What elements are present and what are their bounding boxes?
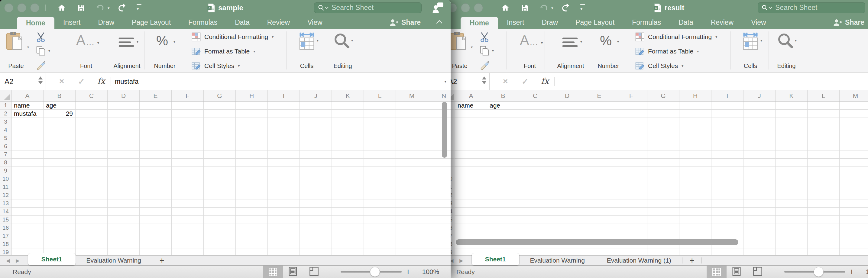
previous-sheet-icon[interactable]: ◀ <box>6 258 10 264</box>
editing-dropdown-icon[interactable]: ▾ <box>351 39 353 42</box>
cell-k8[interactable] <box>332 159 364 167</box>
cell-h6[interactable] <box>236 142 268 151</box>
cell-i10[interactable] <box>711 175 743 183</box>
cell-a6[interactable] <box>455 142 487 151</box>
cell-m1[interactable] <box>396 101 428 110</box>
cell-c6[interactable] <box>75 142 107 151</box>
add-sheet-button[interactable]: + <box>152 256 172 265</box>
cell-n17[interactable] <box>428 232 451 240</box>
cell-c7[interactable] <box>75 151 107 159</box>
ribbon-tab-draw[interactable]: Draw <box>533 16 567 29</box>
cell-m13[interactable] <box>396 199 428 208</box>
cell-h7[interactable] <box>679 151 711 159</box>
cell-i10[interactable] <box>268 175 300 183</box>
column-header-f[interactable]: F <box>615 90 647 101</box>
cell-i9[interactable] <box>711 167 743 175</box>
cell-j7[interactable] <box>300 151 332 159</box>
cell-k5[interactable] <box>776 134 808 142</box>
cell-b17[interactable] <box>43 232 75 240</box>
cell-l19[interactable] <box>808 248 840 255</box>
cell-a5[interactable] <box>455 134 487 142</box>
cell-h10[interactable] <box>679 175 711 183</box>
cut-icon[interactable] <box>36 32 46 44</box>
cell-i13[interactable] <box>711 199 743 208</box>
cell-d17[interactable] <box>107 232 140 240</box>
cell-h18[interactable] <box>236 240 268 248</box>
cell-l18[interactable] <box>808 240 840 248</box>
cell-g8[interactable] <box>204 159 236 167</box>
cell-g6[interactable] <box>647 142 679 151</box>
cell-e8[interactable] <box>140 159 172 167</box>
cell-d12[interactable] <box>551 191 583 199</box>
cell-m19[interactable] <box>396 248 428 255</box>
cell-l12[interactable] <box>364 191 396 199</box>
cell-b3[interactable] <box>487 118 519 126</box>
cell-e10[interactable] <box>140 175 172 183</box>
column-header-e[interactable]: E <box>583 90 615 101</box>
row-header-17[interactable]: 17 <box>0 232 11 240</box>
cell-k13[interactable] <box>776 199 808 208</box>
cell-g16[interactable] <box>647 224 679 232</box>
format-as-table-button[interactable]: Format as Table ▾ <box>635 44 699 59</box>
cell-i17[interactable] <box>711 232 743 240</box>
cell-f2[interactable] <box>615 110 647 118</box>
expand-formula-bar-icon[interactable]: ▾ <box>444 79 446 84</box>
cell-h15[interactable] <box>679 216 711 224</box>
cell-b9[interactable] <box>487 167 519 175</box>
cell-i8[interactable] <box>268 159 300 167</box>
cell-a14[interactable] <box>11 208 43 216</box>
cell-j6[interactable] <box>300 142 332 151</box>
cell-d7[interactable] <box>107 151 140 159</box>
cell-h19[interactable] <box>679 248 711 255</box>
cell-g10[interactable] <box>647 175 679 183</box>
row-header-18[interactable]: 18 <box>0 240 11 248</box>
column-header-b[interactable]: B <box>487 90 519 101</box>
cell-m15[interactable] <box>840 216 868 224</box>
cell-g12[interactable] <box>204 191 236 199</box>
cell-m6[interactable] <box>840 142 868 151</box>
cell-g13[interactable] <box>204 199 236 208</box>
cell-m8[interactable] <box>840 159 868 167</box>
cell-j11[interactable] <box>743 183 776 191</box>
add-sheet-button[interactable]: + <box>682 256 702 265</box>
cell-a4[interactable] <box>455 126 487 134</box>
cell-k14[interactable] <box>776 208 808 216</box>
cell-a10[interactable] <box>11 175 43 183</box>
cell-f15[interactable] <box>615 216 647 224</box>
cancel-entry-icon[interactable]: × <box>503 76 508 86</box>
cell-g17[interactable] <box>204 232 236 240</box>
cell-m10[interactable] <box>396 175 428 183</box>
cell-c11[interactable] <box>519 183 551 191</box>
column-header-k[interactable]: K <box>776 90 808 101</box>
font-group-icon[interactable]: A... <box>76 32 95 48</box>
cell-f8[interactable] <box>615 159 647 167</box>
cell-e5[interactable] <box>140 134 172 142</box>
cell-m14[interactable] <box>840 208 868 216</box>
cell-h9[interactable] <box>236 167 268 175</box>
column-header-b[interactable]: B <box>43 90 75 101</box>
conditional-formatting-button[interactable]: Conditional Formatting ▾ <box>192 30 274 44</box>
cell-a9[interactable] <box>11 167 43 175</box>
cell-f5[interactable] <box>172 134 204 142</box>
cell-c16[interactable] <box>519 224 551 232</box>
cell-k11[interactable] <box>776 183 808 191</box>
cell-f12[interactable] <box>172 191 204 199</box>
cell-j14[interactable] <box>743 208 776 216</box>
cell-l12[interactable] <box>808 191 840 199</box>
cell-l14[interactable] <box>808 208 840 216</box>
ribbon-tab-home[interactable]: Home <box>461 17 498 29</box>
cell-c15[interactable] <box>519 216 551 224</box>
cell-g4[interactable] <box>204 126 236 134</box>
cell-d3[interactable] <box>107 118 140 126</box>
number-dropdown-icon[interactable]: ▾ <box>617 40 619 43</box>
cell-f11[interactable] <box>172 183 204 191</box>
column-header-c[interactable]: C <box>519 90 551 101</box>
cell-e15[interactable] <box>583 216 615 224</box>
cell-l3[interactable] <box>364 118 396 126</box>
collapse-ribbon-icon[interactable] <box>436 20 442 26</box>
cell-j5[interactable] <box>743 134 776 142</box>
cell-k17[interactable] <box>776 232 808 240</box>
row-header-8[interactable]: 8 <box>0 159 11 167</box>
cell-a8[interactable] <box>11 159 43 167</box>
paste-button[interactable] <box>5 31 24 52</box>
